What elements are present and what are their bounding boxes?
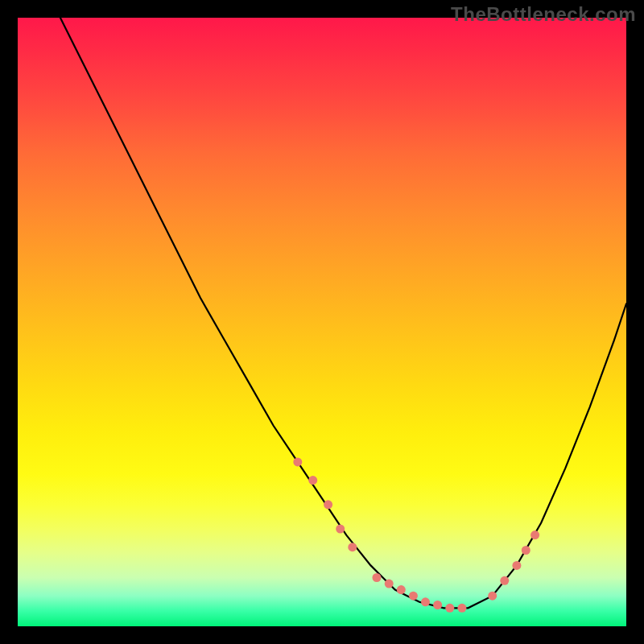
highlight-dots-bottom: [373, 573, 467, 613]
chart-dot: [348, 543, 357, 551]
chart-dot: [457, 604, 466, 613]
chart-dot: [324, 500, 332, 509]
chart-dot: [409, 592, 418, 601]
chart-dot: [293, 457, 302, 466]
chart-dot: [433, 601, 442, 609]
chart-dot: [373, 573, 382, 582]
chart-container: TheBottleneck.com: [0, 0, 644, 644]
chart-dot: [522, 546, 530, 555]
plot-area: [18, 18, 626, 626]
chart-dot: [445, 604, 454, 613]
chart-dot: [512, 561, 521, 570]
chart-dot: [500, 576, 509, 585]
curve-layer: [18, 18, 626, 626]
chart-dot: [530, 530, 539, 539]
chart-dot: [397, 585, 406, 594]
watermark-label: TheBottleneck.com: [451, 3, 636, 26]
chart-dot: [421, 597, 430, 606]
chart-dot: [385, 580, 394, 588]
chart-dot: [336, 525, 345, 534]
chart-dot: [488, 592, 497, 601]
main-curve: [60, 18, 626, 608]
chart-dot: [308, 476, 317, 485]
